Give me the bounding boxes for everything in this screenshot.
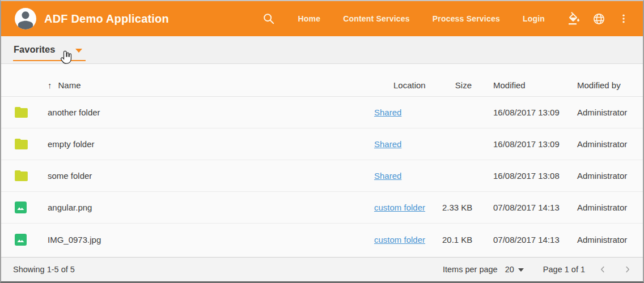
location-link[interactable]: Shared bbox=[374, 108, 401, 117]
location-cell: custom folder bbox=[374, 203, 442, 212]
name-cell[interactable]: IMG_0973.jpg bbox=[48, 235, 374, 245]
table-body: another folder Shared 16/08/2017 13:09 A… bbox=[1, 97, 643, 255]
header-actions: Home Content Services Process Services L… bbox=[259, 8, 633, 29]
location-link[interactable]: custom folder bbox=[374, 203, 425, 212]
modified-cell: 16/08/2017 13:09 bbox=[476, 108, 567, 117]
name-cell[interactable]: some folder bbox=[48, 171, 374, 181]
app-window: ADF Demo Application Home Content Servic… bbox=[0, 0, 644, 283]
app-header: ADF Demo Application Home Content Servic… bbox=[1, 1, 643, 36]
person-icon bbox=[15, 8, 36, 29]
items-per-page-label: Items per page bbox=[443, 265, 498, 274]
more-vert-icon[interactable] bbox=[615, 10, 633, 28]
theme-color-fill-icon[interactable] bbox=[564, 8, 584, 29]
table-row[interactable]: IMG_0973.jpg custom folder 20.1 KB 07/08… bbox=[1, 224, 643, 255]
column-header-modified-by[interactable]: Modified by bbox=[567, 80, 629, 90]
nav-login[interactable]: Login bbox=[511, 8, 556, 29]
table-row[interactable]: another folder Shared 16/08/2017 13:09 A… bbox=[1, 97, 643, 128]
pager-controls: Items per page 20 Page 1 of 1 bbox=[443, 262, 635, 277]
search-icon[interactable] bbox=[259, 9, 278, 28]
showing-range-label: Showing 1-5 of 5 bbox=[13, 265, 75, 274]
image-file-icon bbox=[15, 234, 27, 246]
file-type-icon bbox=[15, 201, 48, 213]
location-cell: Shared bbox=[374, 139, 442, 149]
file-type-icon bbox=[15, 170, 48, 181]
modified-by-cell: Administrator bbox=[567, 171, 629, 181]
size-cell: 20.1 KB bbox=[442, 235, 476, 245]
file-type-icon bbox=[15, 107, 48, 118]
cursor-pointer-image bbox=[60, 50, 74, 68]
next-page-button[interactable] bbox=[620, 262, 635, 277]
name-cell[interactable]: empty folder bbox=[48, 139, 374, 149]
app-title: ADF Demo Application bbox=[44, 12, 169, 25]
page-indicator: Page 1 of 1 bbox=[543, 265, 585, 274]
modified-by-cell: Administrator bbox=[567, 139, 629, 149]
location-link[interactable]: Shared bbox=[374, 171, 401, 181]
modified-cell: 16/08/2017 13:09 bbox=[476, 139, 567, 149]
modified-cell: 07/08/2017 14:13 bbox=[476, 203, 567, 212]
table-row[interactable]: empty folder Shared 16/08/2017 13:09 Adm… bbox=[1, 128, 643, 160]
location-cell: custom folder bbox=[374, 235, 442, 245]
modified-by-cell: Administrator bbox=[567, 203, 629, 212]
column-header-name[interactable]: ↑ Name bbox=[48, 80, 374, 90]
location-cell: Shared bbox=[374, 108, 442, 117]
column-header-modified[interactable]: Modified bbox=[476, 80, 567, 90]
name-cell[interactable]: another folder bbox=[48, 108, 374, 117]
location-cell: Shared bbox=[374, 171, 442, 181]
modified-cell: 16/08/2017 13:08 bbox=[476, 171, 567, 181]
select-caret-icon bbox=[518, 268, 524, 272]
modified-by-cell: Administrator bbox=[567, 108, 629, 117]
size-cell: 2.33 KB bbox=[442, 203, 476, 212]
folder-icon bbox=[15, 170, 28, 181]
document-list: ↑ Name Location Size Modified Modified b… bbox=[1, 64, 643, 255]
column-header-location[interactable]: Location bbox=[374, 80, 442, 90]
table-header-row: ↑ Name Location Size Modified Modified b… bbox=[1, 74, 643, 97]
nav-home[interactable]: Home bbox=[286, 8, 332, 29]
items-per-page-select[interactable]: 20 bbox=[505, 265, 524, 274]
favorites-dropdown[interactable]: Favorites bbox=[13, 44, 86, 61]
modified-cell: 07/08/2017 14:13 bbox=[476, 235, 567, 245]
table-row[interactable]: some folder Shared 16/08/2017 13:08 Admi… bbox=[1, 160, 643, 192]
location-link[interactable]: Shared bbox=[374, 139, 401, 149]
folder-icon bbox=[15, 107, 28, 118]
column-header-size[interactable]: Size bbox=[442, 80, 476, 90]
nav-process-services[interactable]: Process Services bbox=[421, 8, 511, 29]
sort-ascending-icon: ↑ bbox=[48, 81, 52, 89]
file-type-icon bbox=[15, 234, 48, 246]
pagination-bar: Showing 1-5 of 5 Items per page 20 Page … bbox=[1, 257, 643, 281]
user-avatar bbox=[15, 8, 36, 29]
modified-by-cell: Administrator bbox=[567, 235, 629, 245]
name-cell[interactable]: angular.png bbox=[48, 203, 374, 212]
folder-icon bbox=[15, 139, 28, 149]
location-link[interactable]: custom folder bbox=[374, 235, 425, 245]
view-toolbar: Favorites bbox=[1, 36, 643, 64]
table-row[interactable]: angular.png custom folder 2.33 KB 07/08/… bbox=[1, 192, 643, 224]
nav-content-services[interactable]: Content Services bbox=[332, 8, 421, 29]
favorites-label: Favorites bbox=[14, 44, 55, 55]
previous-page-button[interactable] bbox=[595, 262, 610, 277]
file-type-icon bbox=[15, 139, 48, 149]
language-globe-icon[interactable] bbox=[589, 9, 609, 29]
image-file-icon bbox=[15, 201, 27, 213]
dropdown-caret-icon bbox=[75, 49, 82, 53]
